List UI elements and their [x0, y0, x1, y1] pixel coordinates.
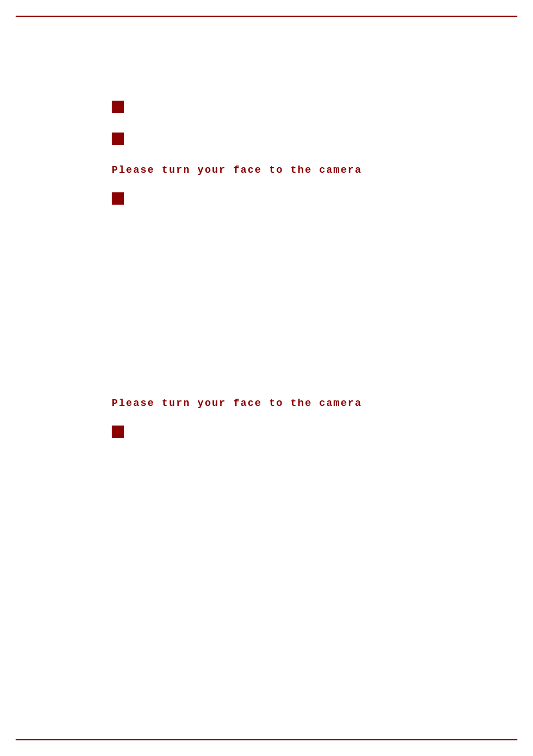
red-square-icon-1 — [112, 101, 124, 113]
bottom-border — [16, 739, 517, 740]
square-row-3 — [112, 192, 421, 207]
message-text-1: Please turn your face to the camera — [112, 164, 421, 176]
square-row-4 — [112, 426, 421, 441]
message-text-2: Please turn your face to the camera — [112, 398, 421, 409]
section-1: Please turn your face to the camera — [112, 101, 421, 207]
main-content: Please turn your face to the camera Plea… — [0, 0, 533, 497]
red-square-icon-3 — [112, 192, 124, 205]
red-square-icon-2 — [112, 133, 124, 145]
square-row-2 — [112, 133, 421, 148]
red-square-icon-4 — [112, 426, 124, 438]
square-row-1 — [112, 101, 421, 116]
section-2: Please turn your face to the camera — [112, 235, 421, 441]
